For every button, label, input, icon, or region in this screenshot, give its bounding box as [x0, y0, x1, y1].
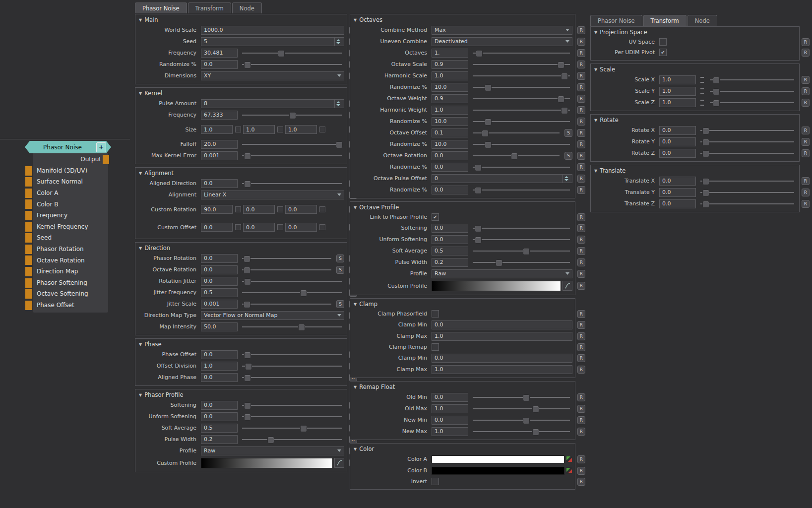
collapse-triangle-icon[interactable]: ▼ [139, 246, 142, 251]
reset-button[interactable]: R [577, 467, 585, 475]
input-port-row[interactable]: Color A [33, 188, 108, 199]
spin-up-icon[interactable] [336, 101, 340, 103]
jitter-frequency-slider[interactable] [242, 289, 342, 296]
slider-handle[interactable] [244, 62, 251, 68]
old-max-slider[interactable] [473, 405, 570, 412]
slider-handle[interactable] [702, 150, 709, 157]
scale-z-input[interactable]: 1.0 [659, 98, 696, 107]
clamp-remap-checkbox[interactable] [432, 343, 439, 351]
reset-button[interactable]: R [577, 72, 585, 80]
reset-button[interactable]: R [577, 343, 585, 351]
frequency-slider[interactable] [242, 112, 342, 119]
reset-button[interactable]: R [577, 258, 585, 266]
tab-phasor-noise[interactable]: Phasor Noise [590, 15, 642, 26]
input-port-socket[interactable] [25, 255, 32, 265]
s-channel-button[interactable]: S [336, 300, 344, 308]
randomize-input[interactable]: 10.0 [432, 83, 468, 92]
slider-handle[interactable] [475, 164, 482, 171]
s-channel-button[interactable]: S [564, 129, 572, 137]
reset-button[interactable]: R [577, 478, 585, 486]
scale-y-slider[interactable] [710, 88, 794, 95]
slider-handle[interactable] [702, 127, 709, 134]
slider-handle[interactable] [702, 190, 709, 196]
aligned-phase-slider[interactable] [242, 374, 342, 381]
input-port-row[interactable]: Direction Map [33, 266, 108, 277]
softening-input[interactable]: 0.0 [432, 224, 468, 233]
octave-pulse-offset-stepper[interactable] [562, 175, 569, 183]
new-min-input[interactable]: 0.0 [432, 416, 468, 425]
curve-edit-button[interactable] [334, 458, 344, 468]
collapse-triangle-icon[interactable]: ▼ [354, 385, 357, 389]
reset-button[interactable]: R [802, 149, 810, 157]
randomize-slider[interactable] [473, 84, 570, 91]
rotation-jitter-slider[interactable] [242, 278, 342, 285]
size-input-z[interactable]: 1.0 [285, 125, 317, 134]
reset-button[interactable]: R [577, 416, 585, 424]
old-max-input[interactable]: 1.0 [432, 404, 468, 413]
slider-handle[interactable] [300, 425, 307, 432]
per-udim-pivot-checkbox[interactable]: ✔ [659, 49, 667, 56]
randomize-input[interactable]: 0.0 [432, 163, 468, 172]
unform-softening-input[interactable]: 0.0 [201, 412, 238, 421]
slider-handle[interactable] [244, 402, 251, 409]
rotate-y-slider[interactable] [700, 138, 794, 145]
softening-slider[interactable] [473, 225, 570, 232]
curve-edit-button[interactable] [562, 281, 572, 291]
custom-offset-lock-checkbox-y[interactable] [277, 224, 283, 230]
section-header-translate[interactable]: ▼Translate [593, 166, 797, 175]
new-min-slider[interactable] [473, 417, 570, 424]
octaves-input[interactable]: 1. [432, 49, 468, 58]
profile-dropdown[interactable]: Raw [201, 446, 344, 455]
frequency-input[interactable]: 30.481 [201, 49, 238, 58]
profile-dropdown[interactable]: Raw [432, 269, 572, 278]
octave-rotation-slider[interactable] [473, 152, 560, 159]
slider-handle[interactable] [244, 278, 251, 285]
slider-handle[interactable] [300, 290, 307, 297]
color-a-color-swatch[interactable] [432, 455, 564, 463]
input-port-socket[interactable] [25, 189, 32, 198]
falloff-input[interactable]: 20.0 [201, 140, 238, 149]
s-channel-button[interactable]: S [336, 254, 344, 262]
input-port-socket[interactable] [25, 211, 32, 220]
custom-rotation-input-y[interactable]: 0.0 [243, 205, 275, 214]
node-header[interactable]: Phasor Noise + [25, 141, 111, 153]
randomize-input[interactable]: 0.0 [432, 186, 468, 194]
reset-button[interactable]: R [802, 177, 810, 185]
phasor-rotation-input[interactable]: 0.0 [201, 254, 238, 263]
slider-handle[interactable] [244, 181, 251, 188]
reset-button[interactable]: R [577, 26, 585, 34]
pulse-width-input[interactable]: 0.2 [201, 435, 238, 444]
collapse-triangle-icon[interactable]: ▼ [594, 30, 597, 35]
reset-button[interactable]: R [577, 455, 585, 463]
translate-z-input[interactable]: 0.0 [659, 199, 696, 208]
slider-handle[interactable] [702, 178, 709, 185]
pulse-width-slider[interactable] [473, 259, 570, 266]
randomize-input[interactable]: 0.0 [201, 60, 238, 69]
octave-offset-slider[interactable] [473, 129, 560, 136]
randomize-slider[interactable] [473, 187, 570, 193]
custom-offset-lock-checkbox-z[interactable] [319, 224, 325, 230]
soft-average-input[interactable]: 0.5 [432, 247, 468, 255]
randomize-input[interactable]: 10.0 [432, 140, 468, 149]
input-port-row[interactable]: Kernel Frequency [33, 221, 108, 233]
slider-handle[interactable] [244, 153, 251, 160]
input-port-socket[interactable] [25, 278, 32, 288]
frequency-slider[interactable] [242, 50, 342, 57]
input-port-row[interactable]: Phasor Rotation [33, 244, 108, 255]
tab-node[interactable]: Node [232, 2, 262, 13]
reset-button[interactable]: R [577, 49, 585, 57]
reset-button[interactable]: R [577, 321, 585, 329]
slider-handle[interactable] [289, 112, 296, 119]
seed-stepper[interactable] [334, 38, 341, 46]
collapse-triangle-icon[interactable]: ▼ [354, 205, 357, 210]
scale-x-slider[interactable] [710, 76, 794, 83]
custom-rotation-lock-checkbox-z[interactable] [319, 206, 325, 212]
slider-handle[interactable] [713, 88, 720, 95]
color-picker-icon[interactable] [566, 456, 572, 462]
custom-offset-input-z[interactable]: 0.0 [285, 223, 317, 232]
reset-button[interactable]: R [577, 428, 585, 436]
clamp-min-input[interactable]: 0.0 [432, 354, 572, 363]
reset-button[interactable]: R [577, 393, 585, 401]
translate-y-slider[interactable] [700, 189, 794, 196]
old-min-input[interactable]: 0.0 [432, 393, 468, 402]
